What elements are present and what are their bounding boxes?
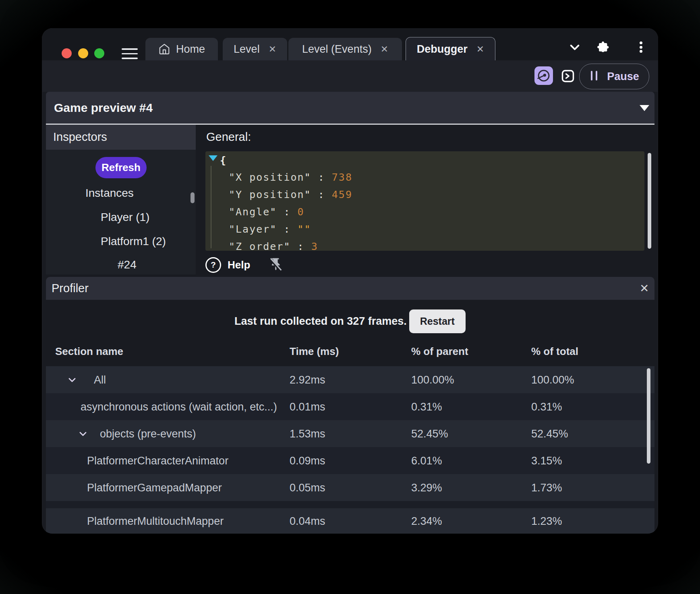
column-time: Time (ms)	[290, 345, 339, 358]
row-section-name: objects (pre-events)	[100, 427, 196, 440]
row-percent-of-parent: 52.45%	[411, 427, 448, 440]
table-row[interactable]: PlatformerGamepadMapper 0.05ms 3.29% 1.7…	[46, 474, 654, 501]
row-percent-of-parent: 0.31%	[411, 400, 442, 413]
console-icon	[561, 69, 575, 83]
pause-button-label: Pause	[607, 70, 639, 83]
json-value: 459	[332, 189, 352, 200]
chevron-down-icon	[568, 41, 581, 54]
json-key: X position	[229, 171, 332, 183]
row-section-name: asynchronous actions (wait action, etc..…	[81, 400, 277, 413]
pause-button[interactable]: Pause	[579, 64, 649, 89]
main-menu-button[interactable]	[122, 48, 138, 60]
json-key: Y position	[229, 189, 332, 200]
kebab-icon	[640, 40, 642, 54]
pause-icon	[589, 71, 599, 82]
table-row[interactable]: All 2.92ms 100.00% 100.00%	[46, 366, 654, 393]
restart-button[interactable]: Restart	[409, 309, 466, 333]
row-time: 0.05ms	[290, 481, 325, 494]
column-section-name: Section name	[55, 345, 123, 358]
inspectors-scrollbar-thumb[interactable]	[191, 192, 195, 203]
home-icon	[158, 43, 170, 55]
json-line: Angle0	[229, 206, 304, 218]
inspector-footer: ? Help	[205, 257, 283, 273]
json-line: Y position459	[229, 189, 352, 200]
row-percent-of-total: 100.00%	[531, 373, 574, 386]
tab-label: Level (Events)	[302, 43, 372, 56]
inspectors-title: Inspectors	[53, 130, 107, 144]
console-button[interactable]	[561, 69, 575, 83]
row-percent-of-parent: 2.34%	[411, 515, 442, 527]
debugger-toolbar: Pause	[42, 60, 658, 92]
help-button[interactable]: Help	[228, 259, 250, 271]
row-percent-of-total: 52.45%	[531, 427, 568, 440]
unpin-button[interactable]	[268, 257, 283, 272]
inspectors-panel: Refresh Instances Player (1) Platform1 (…	[46, 150, 196, 274]
tab-label: Debugger	[417, 43, 468, 56]
json-line: X position738	[229, 171, 352, 183]
json-line: Z order3	[229, 241, 318, 250]
profiler-status-text: Last run collected on 327 frames.	[234, 315, 407, 328]
tab-level-events[interactable]: Level (Events) ✕	[288, 38, 402, 60]
column-percent-of-parent: % of parent	[411, 345, 468, 358]
row-section-name: All	[94, 373, 106, 386]
collapse-triangle-icon[interactable]	[640, 105, 649, 111]
tab-list-chevron-button[interactable]	[568, 40, 582, 54]
general-scrollbar-thumb[interactable]	[648, 153, 651, 249]
row-section-name: PlatformerGamepadMapper	[87, 481, 222, 494]
traffic-light-zoom-button[interactable]	[94, 48, 104, 58]
row-time: 0.04ms	[290, 515, 325, 527]
row-percent-of-parent: 6.01%	[411, 454, 442, 467]
tree-item-instance-24[interactable]: #24	[118, 258, 137, 271]
general-title: General:	[206, 130, 251, 144]
table-row[interactable]: asynchronous actions (wait action, etc..…	[46, 393, 654, 420]
tree-item-instances[interactable]: Instances	[85, 187, 134, 200]
chevron-down-icon[interactable]	[78, 429, 88, 439]
profiler-scrollbar-thumb[interactable]	[647, 368, 650, 464]
refresh-button[interactable]: Refresh	[95, 157, 147, 178]
profiler-status-row: Last run collected on 327 frames. Restar…	[42, 309, 658, 333]
row-percent-of-total: 1.23%	[531, 515, 562, 527]
table-row[interactable]: PlatformerMultitouchMapper 0.04ms 2.34% …	[46, 501, 654, 534]
row-time: 2.92ms	[290, 373, 325, 386]
row-percent-of-parent: 100.00%	[411, 373, 454, 386]
overflow-menu-button[interactable]	[634, 40, 648, 54]
help-icon[interactable]: ?	[205, 257, 221, 273]
row-section-name: PlatformerMultitouchMapper	[87, 515, 224, 527]
row-percent-of-total: 0.31%	[531, 400, 562, 413]
traffic-light-close-button[interactable]	[62, 48, 72, 58]
hamburger-icon	[122, 48, 138, 59]
close-icon[interactable]: ✕	[269, 44, 276, 55]
row-time: 0.09ms	[290, 454, 325, 467]
puzzle-icon	[596, 40, 610, 54]
close-icon[interactable]: ✕	[476, 44, 484, 55]
json-key: Layer	[229, 223, 298, 235]
tree-item-player[interactable]: Player (1)	[101, 211, 149, 224]
profiler-title: Profiler	[52, 282, 89, 295]
expand-triangle-icon[interactable]	[209, 155, 217, 161]
row-percent-of-total: 1.73%	[531, 481, 562, 494]
tab-level[interactable]: Level ✕	[223, 38, 287, 60]
table-row[interactable]: PlatformerCharacterAnimator 0.09ms 6.01%…	[46, 447, 654, 474]
tab-label: Level	[234, 43, 260, 56]
json-value: 0	[298, 206, 304, 218]
game-preview-title: Game preview #4	[54, 92, 153, 124]
tab-bar: Home Level ✕ Level (Events) ✕ Debugger ✕	[42, 28, 658, 60]
traffic-light-minimize-button[interactable]	[78, 48, 88, 58]
column-percent-of-total: % of total	[531, 345, 578, 358]
extensions-button[interactable]	[596, 40, 610, 54]
json-value: 738	[332, 171, 352, 183]
close-icon[interactable]: ✕	[640, 282, 649, 295]
profiler-table: All 2.92ms 100.00% 100.00% asynchronous …	[46, 366, 654, 534]
close-icon[interactable]: ✕	[381, 44, 388, 55]
tree-item-platform1[interactable]: Platform1 (2)	[101, 235, 166, 248]
inspectors-header: Inspectors	[46, 125, 196, 150]
chevron-down-icon[interactable]	[67, 375, 77, 385]
game-preview-header[interactable]: Game preview #4	[46, 92, 654, 124]
table-row[interactable]: objects (pre-events) 1.53ms 52.45% 52.45…	[46, 420, 654, 447]
tab-home[interactable]: Home	[145, 38, 218, 60]
json-key: Z order	[229, 241, 311, 250]
tab-debugger[interactable]: Debugger ✕	[406, 37, 495, 61]
profiler-toggle-button[interactable]	[534, 66, 553, 85]
json-line: Layer""	[229, 223, 311, 235]
row-percent-of-total: 3.15%	[531, 454, 562, 467]
